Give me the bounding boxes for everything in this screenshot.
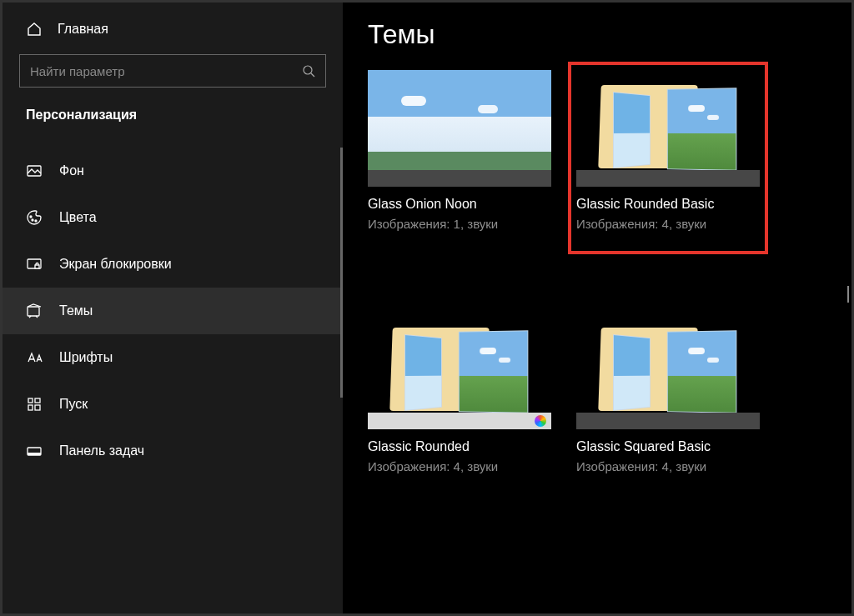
theme-title: Glass Onion Noon xyxy=(368,197,551,212)
sidebar-item-fonts[interactable]: Шрифты xyxy=(3,334,343,381)
colorwheel-icon xyxy=(535,415,546,427)
themes-icon xyxy=(26,303,43,319)
main-content: Темы Glass Onion Noon Изображения: 1, зв… xyxy=(343,3,851,613)
svg-point-3 xyxy=(32,219,33,221)
theme-title: Glassic Rounded xyxy=(368,439,551,454)
fonts-icon xyxy=(26,349,43,366)
taskbar-icon xyxy=(26,443,43,459)
sidebar: Главная Персонализация Фон xyxy=(3,3,343,613)
sidebar-item-colors[interactable]: Цвета xyxy=(3,194,343,241)
theme-tile[interactable]: Glassic Rounded Изображения: 4, звуки xyxy=(368,313,551,473)
sidebar-item-label: Пуск xyxy=(59,397,88,412)
sidebar-item-label: Шрифты xyxy=(59,350,113,365)
section-header: Персонализация xyxy=(3,108,343,148)
theme-tile[interactable]: Glass Onion Noon Изображения: 1, звуки xyxy=(368,70,551,246)
svg-rect-13 xyxy=(28,453,41,455)
lockscreen-icon xyxy=(26,256,43,273)
theme-thumbnail xyxy=(576,70,760,187)
home-icon xyxy=(26,21,43,38)
palette-icon xyxy=(26,209,43,226)
search-input[interactable] xyxy=(19,54,326,88)
theme-thumbnail xyxy=(576,313,760,429)
theme-thumbnail xyxy=(368,70,551,187)
svg-rect-6 xyxy=(35,265,39,268)
sidebar-item-themes[interactable]: Темы xyxy=(3,288,343,334)
theme-meta: Изображения: 4, звуки xyxy=(368,459,551,473)
svg-rect-11 xyxy=(35,405,40,410)
sidebar-item-label: Темы xyxy=(59,303,93,318)
theme-title: Glassic Squared Basic xyxy=(576,439,760,454)
theme-meta: Изображения: 1, звуки xyxy=(368,217,551,231)
svg-point-0 xyxy=(304,66,312,74)
svg-rect-10 xyxy=(28,405,33,410)
nav-home-label: Главная xyxy=(58,22,108,37)
svg-rect-8 xyxy=(28,398,33,403)
svg-point-2 xyxy=(30,216,32,218)
sidebar-item-label: Экран блокировки xyxy=(59,257,172,272)
sidebar-item-background[interactable]: Фон xyxy=(3,148,343,194)
sidebar-item-label: Цвета xyxy=(59,210,97,225)
theme-title: Glassic Rounded Basic xyxy=(576,197,760,212)
search-icon xyxy=(302,64,315,78)
page-title: Темы xyxy=(368,19,851,50)
search-field[interactable] xyxy=(30,64,302,78)
svg-rect-7 xyxy=(28,307,39,316)
main-scrollbar[interactable] xyxy=(847,286,849,303)
sidebar-item-label: Фон xyxy=(59,163,84,178)
theme-meta: Изображения: 4, звуки xyxy=(576,459,760,473)
theme-tile[interactable]: Glassic Squared Basic Изображения: 4, зв… xyxy=(576,313,760,473)
theme-meta: Изображения: 4, звуки xyxy=(576,217,760,231)
start-grid-icon xyxy=(26,396,43,413)
theme-thumbnail xyxy=(368,313,551,429)
sidebar-nav: Фон Цвета Экран блокировки xyxy=(3,148,343,474)
sidebar-item-label: Панель задач xyxy=(59,443,144,458)
svg-rect-9 xyxy=(35,398,40,403)
themes-grid: Glass Onion Noon Изображения: 1, звуки G… xyxy=(368,70,851,473)
sidebar-item-start[interactable]: Пуск xyxy=(3,381,343,428)
nav-home[interactable]: Главная xyxy=(3,21,343,54)
sidebar-item-lockscreen[interactable]: Экран блокировки xyxy=(3,241,343,288)
picture-icon xyxy=(26,163,43,179)
svg-point-4 xyxy=(35,220,37,222)
sidebar-item-taskbar[interactable]: Панель задач xyxy=(3,428,343,474)
theme-tile[interactable]: Glassic Rounded Basic Изображения: 4, зв… xyxy=(576,70,760,246)
